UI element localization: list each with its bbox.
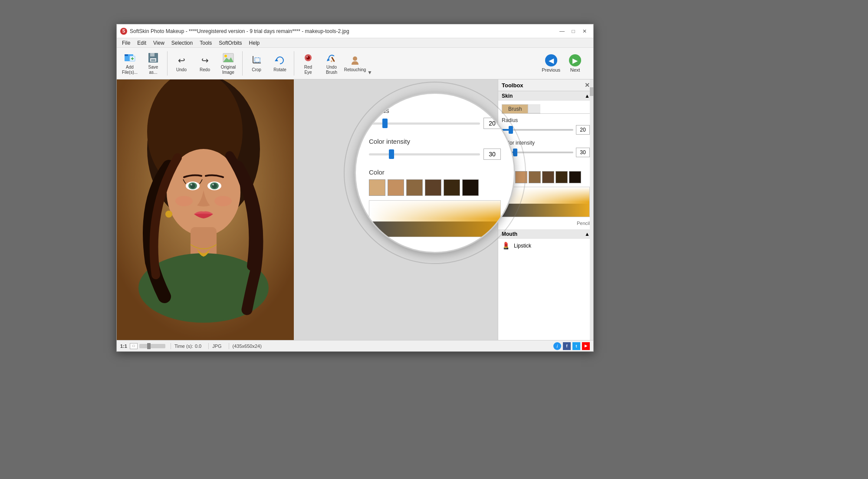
photo-display bbox=[117, 79, 294, 340]
youtube-icon[interactable]: ▶ bbox=[582, 342, 590, 350]
menu-view[interactable]: View bbox=[150, 38, 168, 47]
color-swatch-2[interactable] bbox=[515, 171, 527, 183]
photo-area bbox=[117, 79, 294, 340]
image-dimensions: (435x650x24) bbox=[233, 344, 262, 349]
pencil-label: Pencil bbox=[502, 221, 590, 226]
skin-section-content: Brush Radius 20 bbox=[498, 101, 593, 229]
next-arrow-icon: ▶ bbox=[569, 54, 581, 66]
menu-tools[interactable]: Tools bbox=[196, 38, 215, 47]
toolbox-panel: Toolbox ✕ Skin ▲ Brush Radius bbox=[498, 79, 593, 340]
svg-point-39 bbox=[214, 196, 232, 206]
status-sep-1 bbox=[171, 343, 171, 349]
redo-icon: ↪ bbox=[199, 54, 211, 66]
skin-section-arrow: ▲ bbox=[585, 93, 590, 99]
toolbar-more[interactable]: ▼ bbox=[367, 50, 372, 77]
radius-slider-row: 20 bbox=[502, 125, 590, 135]
red-eye-icon bbox=[302, 52, 314, 64]
undo-button[interactable]: ↩ Undo bbox=[170, 51, 193, 76]
twitter-icon[interactable]: t bbox=[572, 342, 580, 350]
svg-point-10 bbox=[224, 55, 227, 57]
color-swatch-5[interactable] bbox=[556, 171, 568, 183]
mouth-section-header[interactable]: Mouth ▲ bbox=[498, 229, 593, 239]
svg-point-18 bbox=[306, 56, 308, 58]
rotate-icon bbox=[274, 54, 286, 66]
undo-brush-button[interactable]: Undo Brush bbox=[320, 50, 343, 77]
color-swatch-1[interactable] bbox=[502, 171, 514, 183]
toolbox-scrollbar[interactable] bbox=[590, 79, 593, 340]
crop-icon bbox=[250, 54, 263, 66]
zoom-slider[interactable] bbox=[139, 344, 165, 348]
undo-label: Undo bbox=[176, 67, 187, 73]
maximize-button[interactable]: □ bbox=[568, 26, 579, 36]
time-label: Time (s): bbox=[174, 344, 193, 349]
red-eye-button[interactable]: RedEye bbox=[297, 50, 319, 77]
color-intensity-thumb[interactable] bbox=[513, 149, 517, 156]
original-image-button[interactable]: Original Image bbox=[217, 50, 240, 77]
second-tab[interactable] bbox=[528, 104, 540, 113]
toolbox-close-icon[interactable]: ✕ bbox=[585, 82, 590, 89]
zoom-slider-thumb[interactable] bbox=[147, 343, 151, 349]
sep-2 bbox=[242, 51, 243, 76]
color-swatch-3[interactable] bbox=[529, 171, 541, 183]
title-bar: S SoftSkin Photo Makeup - ****Unregister… bbox=[117, 24, 593, 38]
status-bar: 1:1 □ Time (s): 0.0 JPG (435x650x24) i f… bbox=[117, 340, 593, 351]
title-controls: — □ ✕ bbox=[557, 26, 590, 36]
brush-tab[interactable]: Brush bbox=[502, 104, 528, 113]
retouching-button[interactable]: Retouching bbox=[344, 50, 366, 77]
close-button[interactable]: ✕ bbox=[579, 26, 590, 36]
svg-rect-1 bbox=[125, 54, 128, 56]
menu-bar: File Edit View Selection Tools SoftOrbit… bbox=[117, 38, 593, 48]
crop-button[interactable]: Crop bbox=[245, 51, 268, 76]
radius-track[interactable] bbox=[502, 129, 573, 131]
color-intensity-slider-row: 30 bbox=[502, 148, 590, 157]
color-intensity-control: Color intensity 30 bbox=[502, 140, 590, 157]
color-gradient-picker[interactable] bbox=[502, 187, 590, 217]
menu-file[interactable]: File bbox=[118, 38, 134, 47]
menu-softorbits[interactable]: SoftOrbits bbox=[215, 38, 245, 47]
file-format: JPG bbox=[212, 344, 221, 349]
crop-label: Crop bbox=[252, 67, 261, 73]
add-files-button[interactable]: Add File(s)... bbox=[118, 50, 141, 77]
zoom-icon: □ bbox=[130, 343, 138, 349]
radius-value[interactable]: 20 bbox=[576, 125, 590, 135]
save-as-label: Save as... bbox=[148, 65, 158, 75]
photo-svg bbox=[117, 79, 294, 340]
main-content: Toolbox ✕ Skin ▲ Brush Radius bbox=[117, 79, 593, 340]
toolbox-title: Toolbox bbox=[502, 82, 523, 89]
undo-brush-icon bbox=[326, 52, 338, 64]
color-intensity-value[interactable]: 30 bbox=[576, 148, 590, 157]
radius-thumb[interactable] bbox=[509, 126, 513, 134]
time-value: 0.0 bbox=[195, 344, 201, 349]
next-button[interactable]: ▶ Next bbox=[566, 53, 585, 74]
color-swatch-4[interactable] bbox=[542, 171, 554, 183]
undo-brush-label: Undo Brush bbox=[326, 65, 337, 75]
svg-point-22 bbox=[353, 56, 357, 61]
retouching-label: Retouching bbox=[344, 67, 366, 73]
next-label: Next bbox=[570, 67, 580, 73]
color-intensity-label: Color intensity bbox=[502, 140, 590, 146]
sep-1 bbox=[167, 51, 168, 76]
scrollbar-thumb[interactable] bbox=[590, 87, 593, 96]
rotate-button[interactable]: Rotate bbox=[269, 51, 291, 76]
color-swatch-6[interactable] bbox=[569, 171, 581, 183]
save-as-button[interactable]: Save as... bbox=[142, 50, 164, 77]
color-intensity-track[interactable] bbox=[502, 152, 573, 153]
lipstick-tool[interactable]: 💄 Lipstick bbox=[498, 239, 593, 252]
original-image-icon bbox=[222, 52, 234, 64]
menu-selection[interactable]: Selection bbox=[168, 38, 196, 47]
redo-button[interactable]: ↪ Redo bbox=[194, 51, 216, 76]
svg-point-33 bbox=[191, 184, 192, 185]
info-icon[interactable]: i bbox=[553, 342, 561, 350]
minimize-button[interactable]: — bbox=[557, 26, 567, 36]
save-as-icon bbox=[147, 52, 159, 64]
skin-section-header[interactable]: Skin ▲ bbox=[498, 91, 593, 101]
menu-edit[interactable]: Edit bbox=[134, 38, 150, 47]
svg-point-40 bbox=[165, 211, 172, 218]
facebook-icon[interactable]: f bbox=[563, 342, 571, 350]
image-tools-group: Crop Rotate bbox=[245, 50, 291, 77]
toolbar: Add File(s)... Save as... ↩ bbox=[117, 48, 593, 79]
previous-button[interactable]: ◀ Previous bbox=[538, 53, 564, 74]
original-image-label: Original Image bbox=[221, 65, 236, 75]
edit-tools-group: ↩ Undo ↪ Redo Original Image bbox=[170, 50, 240, 77]
menu-help[interactable]: Help bbox=[246, 38, 263, 47]
